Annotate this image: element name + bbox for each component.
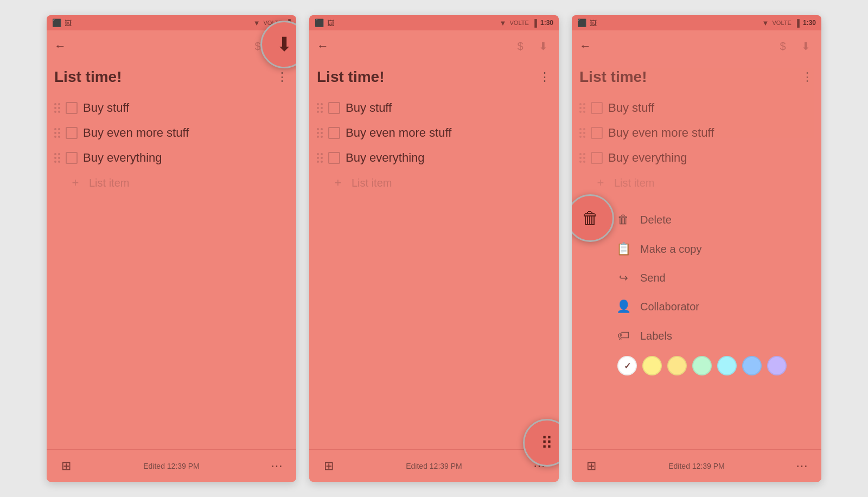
list-item-row: Buy stuff [52, 95, 291, 120]
status-icons-left-2: ⬛ 🖼 [315, 18, 334, 27]
context-menu-overlay: 🗑 Delete 📋 Make a copy ↪ Send 👤 Collabor… [572, 205, 821, 482]
add-label-1[interactable]: List item [89, 177, 129, 189]
add-label-2[interactable]: List item [352, 177, 392, 189]
archive-icon-2[interactable]: ⬇ [535, 38, 551, 54]
checkbox-3[interactable] [66, 152, 78, 164]
bottom-bar-2: ⊞ Edited 12:39 PM ⋯ [309, 449, 559, 482]
list-item-row: Buy stuff [315, 95, 553, 120]
status-bar-3: ⬛ 🖼 ▼ VOLTE ▐ 1:30 [572, 15, 821, 30]
trash-fab-icon: 🗑 [582, 208, 599, 228]
checkbox-9[interactable] [591, 152, 603, 164]
drag-handle[interactable] [54, 103, 60, 113]
add-item-row-2: + List item [315, 170, 553, 195]
status-time-3: 1:30 [803, 19, 816, 27]
drag-handle[interactable] [579, 103, 585, 113]
labels-icon: 🏷 [615, 329, 631, 343]
account-icon-2[interactable]: $ [512, 38, 528, 54]
bottom-bar-1: ⊞ Edited 12:39 PM ⋯ [47, 449, 296, 482]
drag-handle[interactable] [317, 128, 323, 138]
add-plus-1[interactable]: + [69, 176, 81, 190]
swatch-white[interactable] [617, 356, 637, 375]
context-menu-item-collab[interactable]: 👤 Collaborator [610, 292, 814, 321]
drag-handle[interactable] [579, 128, 585, 138]
more-options-button-3[interactable]: ⋯ [792, 456, 812, 476]
item-text-4: Buy stuff [346, 101, 392, 115]
checkbox-2[interactable] [66, 127, 78, 139]
phone-1: ⬛ 🖼 ▼ VOLTE ▐ ← $ ⬇ List time! ⋮ Buy stu… [47, 15, 296, 482]
note-title-1: List time! [54, 68, 122, 86]
add-note-button-1[interactable]: ⊞ [56, 456, 76, 476]
drag-handle[interactable] [317, 153, 323, 163]
battery-icon-2: ▐ [532, 19, 537, 27]
swatch-cyan[interactable] [717, 356, 737, 375]
list-item-row: Buy stuff [577, 95, 816, 120]
add-plus-3[interactable]: + [595, 176, 607, 190]
context-menu-item-send[interactable]: ↪ Send [610, 264, 814, 292]
back-button-1[interactable]: ← [54, 39, 66, 53]
list-item-row: Buy everything [315, 145, 553, 170]
checkbox-8[interactable] [591, 127, 603, 139]
account-icon-3[interactable]: $ [775, 38, 791, 54]
swatch-purple[interactable] [767, 356, 787, 375]
dropbox-icon: ⬛ [52, 18, 61, 27]
copy-icon: 📋 [615, 242, 631, 256]
archive-icon-3[interactable]: ⬇ [797, 38, 814, 54]
content-2: List time! ⋮ Buy stuff Buy even more stu… [309, 62, 559, 449]
add-note-button-2[interactable]: ⊞ [319, 456, 339, 476]
back-button-2[interactable]: ← [317, 39, 329, 53]
context-menu-item-delete[interactable]: 🗑 Delete [610, 205, 814, 234]
item-text-9: Buy everything [608, 151, 687, 165]
checkbox-6[interactable] [328, 152, 340, 164]
list-item-row: Buy everything [52, 145, 291, 170]
bottom-bar-3: ⊞ Edited 12:39 PM ⋯ [572, 449, 821, 482]
more-button-3[interactable]: ⋮ [801, 70, 814, 84]
drag-handle[interactable] [579, 153, 585, 163]
checkbox-5[interactable] [328, 127, 340, 139]
more-button-1[interactable]: ⋮ [276, 70, 289, 84]
collaborator-icon: 👤 [615, 300, 631, 314]
send-icon: ↪ [615, 271, 631, 284]
note-title-3: List time! [579, 68, 647, 86]
battery-icon-3: ▐ [795, 19, 800, 27]
delete-label: Delete [640, 214, 672, 226]
add-plus-2[interactable]: + [332, 176, 344, 190]
signal-icon-3: VOLTE [772, 20, 791, 26]
copy-label: Make a copy [640, 243, 701, 256]
labels-menu-label: Labels [640, 330, 672, 342]
edited-text-3: Edited 12:39 PM [668, 462, 725, 470]
swatch-green[interactable] [692, 356, 712, 375]
color-swatches [610, 351, 814, 381]
item-text-8: Buy even more stuff [608, 126, 714, 140]
back-button-3[interactable]: ← [579, 39, 591, 53]
swatch-yellow2[interactable] [667, 356, 687, 375]
list-item-row: Buy even more stuff [315, 120, 553, 145]
more-options-button-1[interactable]: ⋯ [267, 456, 286, 476]
context-menu-item-labels[interactable]: 🏷 Labels [610, 321, 814, 351]
checkbox-4[interactable] [328, 102, 340, 114]
phone-2: ⬛ 🖼 ▼ VOLTE ▐ 1:30 ← $ ⬇ List time! ⋮ Bu… [309, 15, 559, 482]
context-menu-item-copy[interactable]: 📋 Make a copy [610, 234, 814, 264]
content-1: List time! ⋮ Buy stuff Buy even more stu… [47, 62, 296, 449]
note-title-2: List time! [317, 68, 384, 86]
edited-text-1: Edited 12:39 PM [143, 462, 200, 470]
drag-handle[interactable] [54, 153, 60, 163]
drag-handle[interactable] [317, 103, 323, 113]
dropbox-icon-3: ⬛ [577, 18, 586, 27]
archive-fab-icon: ⬇ [276, 33, 292, 56]
checkbox-7[interactable] [591, 102, 603, 114]
swatch-blue[interactable] [742, 356, 762, 375]
top-bar-2: ← $ ⬇ [309, 30, 559, 62]
more-button-2[interactable]: ⋮ [539, 70, 551, 84]
status-bar-1: ⬛ 🖼 ▼ VOLTE ▐ [47, 15, 296, 30]
drag-handle[interactable] [54, 128, 60, 138]
checkbox-1[interactable] [66, 102, 78, 114]
item-text-1: Buy stuff [83, 101, 129, 115]
add-note-button-3[interactable]: ⊞ [582, 456, 601, 476]
delete-icon: 🗑 [615, 213, 631, 227]
note-header-3: List time! ⋮ [577, 68, 816, 86]
add-label-3[interactable]: List item [614, 177, 654, 189]
swatch-yellow1[interactable] [642, 356, 662, 375]
list-item-row: Buy even more stuff [52, 120, 291, 145]
note-header-1: List time! ⋮ [52, 68, 291, 86]
image-icon: 🖼 [65, 19, 72, 27]
